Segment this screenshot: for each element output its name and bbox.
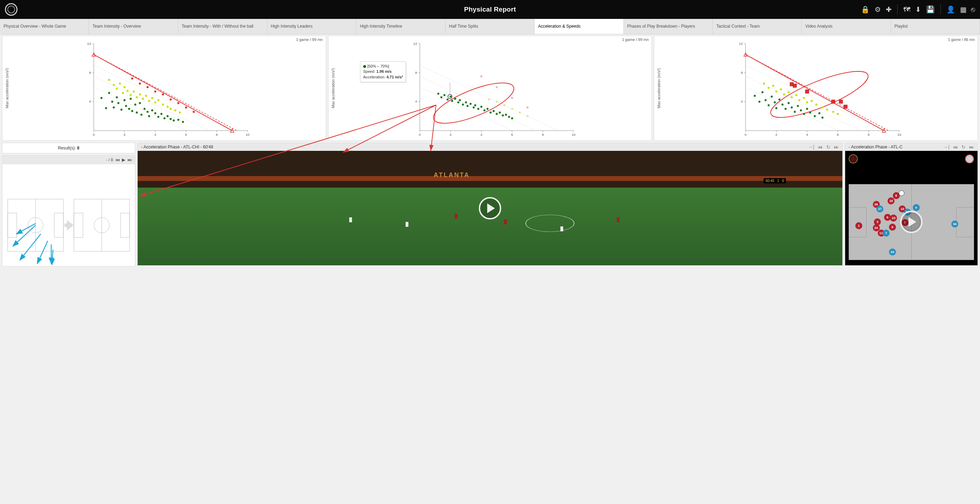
next-clip-icon[interactable]: ⏭ xyxy=(969,144,974,150)
svg-rect-223 xyxy=(54,213,64,238)
svg-point-132 xyxy=(499,111,501,113)
video-panel-main: - Acceleration Phase - ATL-CHI - 60'49 →… xyxy=(137,143,843,266)
svg-point-146 xyxy=(527,106,528,108)
svg-point-199 xyxy=(772,85,775,87)
svg-point-175 xyxy=(754,95,756,97)
tooltip-accel-label: Acceleration: xyxy=(363,75,386,79)
tab-0[interactable]: Physical Overview - Whole Game xyxy=(0,19,89,34)
svg-line-20 xyxy=(94,65,232,130)
svg-rect-219 xyxy=(839,100,843,103)
svg-rect-228 xyxy=(121,213,130,238)
prev-clip-icon[interactable]: ⏮ xyxy=(953,144,958,150)
svg-point-142 xyxy=(527,115,528,117)
prev-clip-icon[interactable]: ⏮ xyxy=(818,144,823,150)
tooltip-accel-value: 4.71 m/s² xyxy=(386,75,403,79)
svg-line-236 xyxy=(52,250,53,265)
tooltip-speed-value: 1.96 m/s xyxy=(377,69,391,73)
download-icon[interactable]: ⬇ xyxy=(915,5,921,14)
tab-8[interactable]: Tactical Context - Team xyxy=(713,19,802,34)
svg-point-62 xyxy=(130,94,132,96)
scatter-chart-2[interactable]: 1 game / 99 mn Max acceleration (m/s²) 0… xyxy=(328,36,652,141)
gear-icon[interactable]: ⚙ xyxy=(875,5,881,14)
svg-point-195 xyxy=(819,113,821,114)
replay-icon[interactable]: ↻ xyxy=(826,144,830,150)
svg-rect-222 xyxy=(8,213,17,238)
movement-panel-header: - / 8 ⏮ ▶ ⏭ xyxy=(2,156,135,164)
tab-1[interactable]: Team Intensity - Overview xyxy=(89,19,178,34)
user-icon[interactable]: 👤 xyxy=(947,5,955,14)
svg-point-213 xyxy=(832,111,834,113)
exit-icon[interactable]: ⎋ xyxy=(971,6,975,14)
svg-point-178 xyxy=(765,99,767,101)
movement-pitch xyxy=(2,164,135,265)
svg-point-116 xyxy=(454,98,456,100)
skip-fwd-icon[interactable]: →| xyxy=(808,144,815,150)
svg-point-74 xyxy=(170,108,172,110)
next-clip-icon[interactable]: ⏭ xyxy=(834,144,839,150)
next-icon[interactable]: ⏭ xyxy=(127,157,132,162)
separator xyxy=(897,4,898,15)
svg-point-182 xyxy=(775,107,778,109)
prev-icon[interactable]: ⏮ xyxy=(115,157,120,162)
scatter-chart-1[interactable]: 1 game / 99 mn Max acceleration (m/s²) 0… xyxy=(2,36,326,141)
svg-point-204 xyxy=(791,96,793,98)
svg-text:8: 8 xyxy=(415,71,417,74)
svg-text:10: 10 xyxy=(898,133,902,136)
svg-point-192 xyxy=(806,108,808,110)
video-body[interactable]: ATLANTA 60:45 1 0 xyxy=(138,151,842,265)
add-icon[interactable]: ✚ xyxy=(886,5,892,14)
svg-text:4: 4 xyxy=(741,100,743,103)
svg-point-134 xyxy=(505,114,507,116)
tab-3[interactable]: High Intensity Leaders xyxy=(267,19,356,34)
svg-point-200 xyxy=(775,90,778,92)
skip-fwd-icon[interactable]: →| xyxy=(943,144,950,150)
svg-point-138 xyxy=(496,100,498,103)
grid-icon[interactable]: ▦ xyxy=(960,5,966,14)
map-icon[interactable]: 🗺 xyxy=(903,6,910,14)
svg-point-46 xyxy=(154,113,156,114)
scoreboard-time: 60:45 xyxy=(766,179,775,183)
tab-2[interactable]: Team Intensity - With / Without the ball xyxy=(178,19,267,34)
svg-point-119 xyxy=(461,104,464,106)
tab-4[interactable]: High Intensity Timeline xyxy=(356,19,445,34)
play-button[interactable] xyxy=(900,211,923,233)
tab-6[interactable]: Acceleration & Speeds xyxy=(535,19,624,34)
svg-point-112 xyxy=(444,94,445,96)
svg-text:8: 8 xyxy=(89,71,91,74)
team-badge-left xyxy=(849,154,858,163)
svg-point-30 xyxy=(116,96,118,98)
svg-point-47 xyxy=(157,116,159,118)
replay-icon[interactable]: ↻ xyxy=(961,144,966,150)
svg-point-120 xyxy=(465,101,467,103)
tab-5[interactable]: Half Time Splits xyxy=(445,19,535,34)
svg-text:8: 8 xyxy=(216,133,218,136)
svg-point-140 xyxy=(511,108,513,110)
tab-9[interactable]: Video Analysis xyxy=(802,19,891,34)
svg-point-25 xyxy=(100,97,103,99)
play-button[interactable] xyxy=(479,197,501,219)
player-marker: 23 xyxy=(890,214,897,222)
svg-point-29 xyxy=(113,106,115,108)
svg-point-201 xyxy=(780,88,782,90)
lock-icon[interactable]: 🔒 xyxy=(861,5,870,14)
svg-point-184 xyxy=(781,104,784,106)
svg-rect-220 xyxy=(844,105,847,108)
tactics-body[interactable]: 1324112662391078162773042434 xyxy=(845,151,978,265)
svg-text:4: 4 xyxy=(415,100,417,103)
play-icon[interactable]: ▶ xyxy=(122,157,126,162)
tab-10[interactable]: Playlist xyxy=(891,19,980,34)
svg-point-71 xyxy=(157,99,159,101)
svg-line-172 xyxy=(746,55,884,130)
svg-point-136 xyxy=(511,117,513,119)
ball-icon xyxy=(899,190,904,196)
scatter-chart-3[interactable]: 1 game / 86 mn Max acceleration (m/s²) 0… xyxy=(654,36,978,141)
svg-point-209 xyxy=(811,100,813,102)
tab-7[interactable]: Phases of Play Breakdown - Players xyxy=(624,19,713,34)
svg-text:2: 2 xyxy=(124,133,126,136)
svg-point-133 xyxy=(501,114,504,117)
svg-point-49 xyxy=(164,117,165,119)
svg-point-187 xyxy=(791,106,793,108)
movement-counter: - / 8 xyxy=(106,157,113,162)
svg-text:0: 0 xyxy=(745,133,747,136)
save-icon[interactable]: 💾 xyxy=(926,5,935,14)
